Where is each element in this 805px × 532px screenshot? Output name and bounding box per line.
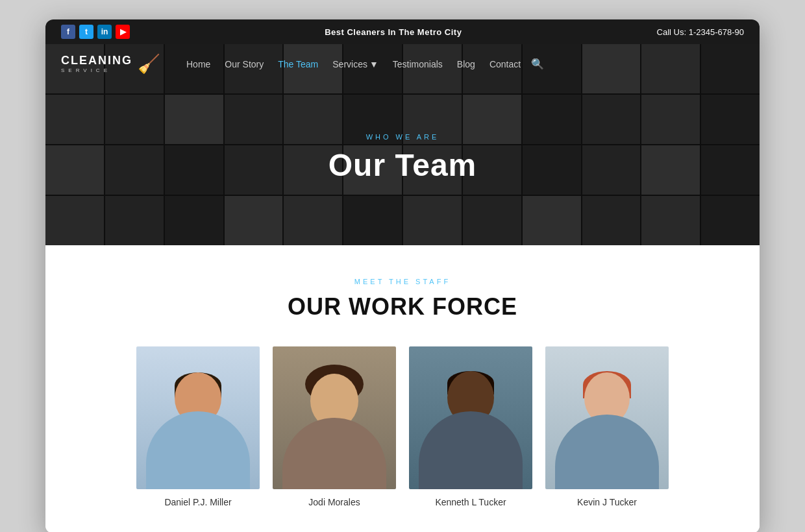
team-photo-kenneth [409, 346, 532, 489]
team-grid: Daniel P.J. Miller Jodi Morales [61, 346, 744, 507]
team-card-kenneth: Kenneth L Tucker [409, 346, 532, 507]
logo-text: CLEANING [61, 54, 132, 67]
nav-blog[interactable]: Blog [457, 59, 475, 69]
logo-subtext: SERVICE [61, 67, 132, 73]
top-bar: f t in ▶ Best Cleaners In The Metro City… [45, 19, 760, 44]
tagline: Best Cleaners In The Metro City [325, 27, 462, 37]
team-photo-kevin [545, 346, 669, 489]
main-content: MEET THE STAFF OUR WORK FORCE Daniel P.J… [45, 245, 760, 532]
team-name-kenneth: Kenneth L Tucker [409, 497, 532, 507]
logo-icon: 🧹 [138, 53, 160, 75]
navigation: CLEANING SERVICE 🧹 Home Our Story The Te… [45, 44, 760, 84]
team-name-jodi: Jodi Morales [273, 497, 396, 507]
phone-number: Call Us: 1-2345-678-90 [657, 27, 744, 37]
hero-title: Our Team [328, 147, 477, 183]
services-dropdown-icon: ▼ [369, 59, 378, 69]
team-card-kevin: Kevin J Tucker [545, 346, 669, 507]
logo[interactable]: CLEANING SERVICE 🧹 [61, 53, 160, 75]
nav-contact[interactable]: Contact [489, 59, 521, 69]
social-icons: f t in ▶ [61, 25, 130, 39]
section-subtitle: MEET THE STAFF [61, 278, 744, 285]
team-photo-jodi [273, 346, 396, 489]
nav-testimonials[interactable]: Testimonials [393, 59, 443, 69]
facebook-icon[interactable]: f [61, 25, 75, 39]
twitter-icon[interactable]: t [79, 25, 93, 39]
nav-home[interactable]: Home [186, 59, 210, 69]
team-name-daniel: Daniel P.J. Miller [136, 497, 260, 507]
youtube-icon[interactable]: ▶ [116, 25, 130, 39]
hero-section: CLEANING SERVICE 🧹 Home Our Story The Te… [45, 44, 760, 245]
nav-services[interactable]: Services ▼ [332, 59, 378, 69]
section-title: OUR WORK FORCE [61, 293, 744, 320]
nav-our-story[interactable]: Our Story [225, 59, 264, 69]
hero-content: WHO WE ARE Our Team [328, 133, 477, 183]
nav-links: Home Our Story The Team Services ▼ Testi… [186, 58, 521, 70]
team-photo-daniel [136, 346, 260, 489]
team-name-kevin: Kevin J Tucker [545, 497, 669, 507]
nav-the-team[interactable]: The Team [278, 59, 318, 69]
browser-window: f t in ▶ Best Cleaners In The Metro City… [45, 19, 760, 532]
linkedin-icon[interactable]: in [97, 25, 112, 39]
search-icon[interactable]: 🔍 [531, 58, 544, 70]
team-card-jodi: Jodi Morales [273, 346, 396, 507]
team-card-daniel: Daniel P.J. Miller [136, 346, 260, 507]
hero-subtitle: WHO WE ARE [328, 133, 477, 141]
